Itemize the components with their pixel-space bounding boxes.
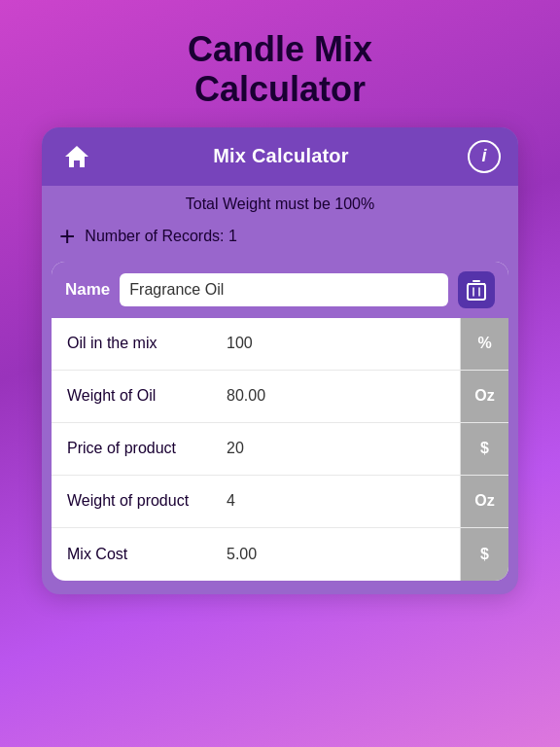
app-title: Candle Mix Calculator: [188, 29, 372, 110]
records-label: Number of Records: 1: [85, 228, 237, 245]
row-value-input[interactable]: [217, 321, 460, 366]
header-title: Mix Calculator: [213, 145, 349, 167]
row-label: Mix Cost: [52, 532, 217, 577]
app-card: Mix Calculator i Total Weight must be 10…: [42, 127, 518, 594]
name-label: Name: [65, 280, 110, 300]
records-row: + Number of Records: 1: [42, 215, 518, 262]
svg-marker-0: [65, 146, 88, 167]
table-row: Oil in the mix%: [52, 318, 508, 371]
row-unit: Oz: [460, 476, 508, 527]
row-unit: $: [460, 528, 508, 581]
table-row: Price of product$: [52, 423, 508, 476]
add-record-button[interactable]: +: [59, 223, 75, 250]
table-row: Mix Cost$: [52, 528, 508, 581]
content-card: Name Oil in the mix%Weight of OilOzPrice…: [52, 262, 508, 581]
header-bar: Mix Calculator i: [42, 127, 518, 186]
name-row: Name: [52, 262, 508, 318]
delete-record-button[interactable]: [458, 271, 495, 308]
row-label: Oil in the mix: [52, 321, 217, 366]
row-label: Weight of Oil: [52, 374, 217, 418]
info-icon[interactable]: i: [468, 140, 501, 173]
data-rows-container: Oil in the mix%Weight of OilOzPrice of p…: [52, 318, 508, 581]
row-label: Price of product: [52, 426, 217, 471]
home-icon[interactable]: [59, 139, 94, 174]
row-value-input[interactable]: [217, 479, 460, 523]
subtitle-text: Total Weight must be 100%: [42, 186, 518, 215]
row-value-input[interactable]: [217, 374, 460, 418]
row-unit: %: [460, 318, 508, 370]
row-unit: $: [460, 423, 508, 475]
row-label: Weight of product: [52, 479, 217, 523]
name-input[interactable]: [120, 273, 448, 306]
table-row: Weight of OilOz: [52, 371, 508, 423]
row-value-input[interactable]: [217, 426, 460, 471]
table-row: Weight of productOz: [52, 476, 508, 528]
svg-rect-1: [468, 284, 485, 300]
row-value-input[interactable]: [217, 532, 460, 577]
row-unit: Oz: [460, 371, 508, 422]
